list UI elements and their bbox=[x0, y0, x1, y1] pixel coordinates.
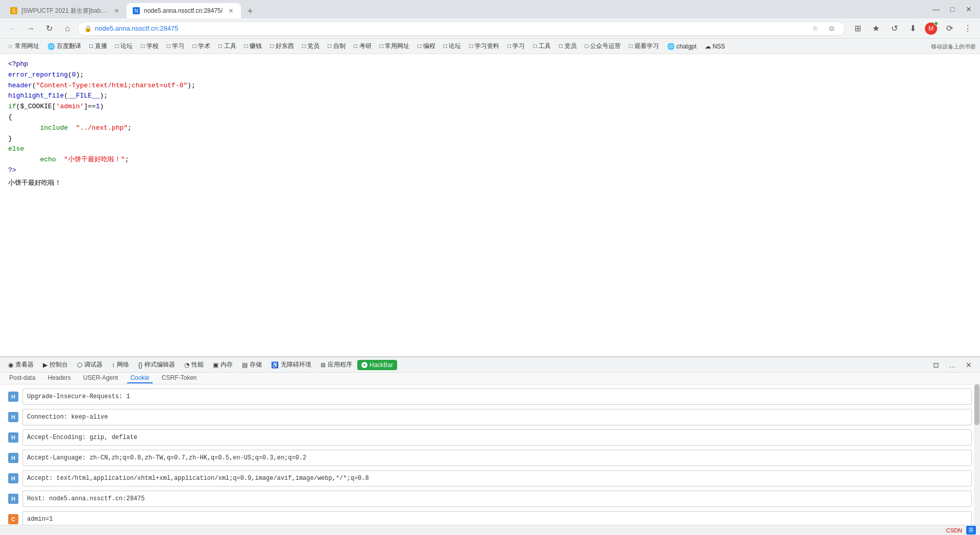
bookmark-resources[interactable]: □ 学习资料 bbox=[465, 40, 503, 52]
profile-button[interactable]: M bbox=[923, 20, 939, 37]
hackbar-content: H Upgrade-Insecure-Requests: 1 H Connect… bbox=[0, 384, 980, 525]
subtab-csrf[interactable]: CSRF-Token bbox=[159, 373, 200, 383]
tab1-close[interactable]: ✕ bbox=[112, 7, 120, 15]
title-bar: S [SWPUCTF 2021 新生赛]baby... ✕ N node5.an… bbox=[0, 0, 980, 18]
header-value-6[interactable]: Host: node5.anna.nssctf.cn:28475 bbox=[22, 491, 972, 507]
close-button[interactable]: ✕ bbox=[962, 2, 976, 16]
code-line-6: { bbox=[8, 112, 972, 123]
subtab-headers[interactable]: Headers bbox=[44, 373, 74, 383]
devtools-inspector-btn[interactable]: ◉ 查看器 bbox=[4, 358, 38, 371]
tab-2[interactable]: N node5.anna.nssctf.cn:28475/ ✕ bbox=[127, 3, 241, 18]
header-value-4[interactable]: Accept-Language: zh-CN,zh;q=0.8,zh-TW,q=… bbox=[22, 450, 972, 466]
code-line-2: error_reporting(0); bbox=[8, 70, 972, 81]
bookmark-forum1[interactable]: □ 论坛 bbox=[112, 40, 137, 52]
lang-indicator[interactable]: 英 bbox=[966, 526, 976, 534]
devtools-application-btn[interactable]: ⊞ 应用程序 bbox=[316, 358, 356, 371]
devtools-style-btn[interactable]: {} 样式编辑器 bbox=[134, 358, 179, 371]
bookmark-party2[interactable]: □ 党员 bbox=[555, 40, 580, 52]
debugger-icon: ⬡ bbox=[77, 361, 82, 369]
devtools-network-btn[interactable]: ↕ 网络 bbox=[108, 358, 133, 371]
devtools-console-btn[interactable]: ▶ 控制台 bbox=[39, 358, 72, 371]
subtab-cookie[interactable]: Cookie bbox=[127, 373, 152, 383]
header-tag-c1: C bbox=[8, 514, 18, 524]
devtools-scrollbar[interactable] bbox=[974, 384, 980, 525]
devtools-panel: ◉ 查看器 ▶ 控制台 ⬡ 调试器 ↕ 网络 {} 样式编辑器 bbox=[0, 356, 980, 525]
reload-button[interactable]: ↻ bbox=[41, 20, 57, 37]
subtab-postdata[interactable]: Post-data bbox=[6, 373, 38, 383]
bookmark-watch[interactable]: □ 观看学习 bbox=[625, 40, 663, 52]
a11y-icon: ♿ bbox=[271, 361, 279, 369]
mobile-bookmarks[interactable]: 移动设备上的书签 bbox=[931, 42, 976, 51]
extensions-button[interactable]: ⊞ bbox=[849, 20, 866, 37]
devtools-detach-btn[interactable]: ⊡ bbox=[929, 358, 943, 372]
devtools-hackbar-btn[interactable]: ● HackBar bbox=[357, 360, 397, 370]
minimize-button[interactable]: — bbox=[929, 2, 943, 16]
favorites-button[interactable]: ★ bbox=[868, 20, 884, 37]
bookmark-earn[interactable]: □ 赚钱 bbox=[241, 40, 266, 52]
home-button[interactable]: ⌂ bbox=[59, 20, 76, 37]
devtools-storage-btn[interactable]: ▤ 存储 bbox=[238, 358, 266, 371]
inspector-icon: ◉ bbox=[8, 361, 13, 369]
nav-right-icons: ⊞ ★ ↺ ⬇ M ⟳ ⋮ bbox=[849, 20, 976, 37]
header-tag-h4: H bbox=[8, 453, 18, 463]
bookmark-translate[interactable]: 🌐百度翻译 bbox=[44, 40, 85, 52]
bm-icon: ☆ bbox=[8, 43, 13, 50]
address-text: node5.anna.nssctf.cn:28475 bbox=[95, 25, 805, 32]
bookmark-study2[interactable]: □ 学习 bbox=[504, 40, 529, 52]
bookmark-nss[interactable]: ☁ NSS bbox=[701, 41, 729, 52]
devtools-more-btn[interactable]: … bbox=[945, 358, 960, 372]
bookmark-study1[interactable]: □ 学习 bbox=[163, 40, 188, 52]
bookmark-live[interactable]: □ 直播 bbox=[86, 40, 111, 52]
bookmark-tools2[interactable]: □ 工具 bbox=[530, 40, 555, 52]
header-value-2[interactable]: Connection: keep-alive bbox=[22, 409, 972, 425]
code-line-8: } bbox=[8, 134, 972, 144]
bookmark-homepage[interactable]: ☆常用网址 bbox=[4, 40, 43, 52]
bm-icon2: 🌐 bbox=[47, 43, 55, 50]
app-icon: ⊞ bbox=[321, 361, 326, 369]
devtools-accessibility-btn[interactable]: ♿ 无障碍环境 bbox=[267, 358, 315, 371]
bookmark-school[interactable]: □ 学校 bbox=[137, 40, 162, 52]
code-line-5: if($_COOKIE['admin']==1) bbox=[8, 102, 972, 112]
bookmark-code[interactable]: □ 编程 bbox=[414, 40, 439, 52]
header-value-3[interactable]: Accept-Encoding: gzip, deflate bbox=[22, 429, 972, 446]
lens-button[interactable]: ⊙ bbox=[824, 21, 839, 36]
devtools-memory-btn[interactable]: ▣ 内存 bbox=[209, 358, 237, 371]
bookmark-chatgpt[interactable]: 🌐 chatgpt bbox=[664, 41, 700, 52]
downloads-button[interactable]: ⬇ bbox=[904, 20, 921, 37]
header-row-5: H Accept: text/html,application/xhtml+xm… bbox=[8, 470, 972, 487]
forward-button[interactable]: → bbox=[22, 20, 39, 37]
bookmark-party[interactable]: □ 党员 bbox=[299, 40, 324, 52]
console-icon: ▶ bbox=[43, 361, 47, 369]
bookmark-academic[interactable]: □ 学术 bbox=[189, 40, 214, 52]
devtools-perf-btn[interactable]: ◔ 性能 bbox=[180, 358, 208, 371]
bookmark-exam[interactable]: □ 考研 bbox=[350, 40, 375, 52]
code-line-3: header("Content-Type:text/html;charset=u… bbox=[8, 81, 972, 91]
tab2-close[interactable]: ✕ bbox=[227, 7, 235, 15]
header-value-5[interactable]: Accept: text/html,application/xhtml+xml,… bbox=[22, 470, 972, 487]
header-tag-h6: H bbox=[8, 494, 18, 504]
devtools-close-btn[interactable]: ✕ bbox=[962, 358, 976, 372]
address-bar[interactable]: 🔒 node5.anna.nssctf.cn:28475 ☆ ⊙ bbox=[78, 21, 845, 36]
output-line: 小饼干最好吃啦！ bbox=[8, 178, 972, 189]
maximize-button[interactable]: □ bbox=[945, 2, 960, 16]
devtools-scrollbar-thumb bbox=[974, 384, 979, 425]
bookmark-goodies[interactable]: □ 好东西 bbox=[266, 40, 298, 52]
bookmark-forum2[interactable]: □ 论坛 bbox=[440, 40, 465, 52]
bookmark-public[interactable]: □ 公众号运营 bbox=[581, 40, 625, 52]
tab2-favicon: N bbox=[133, 7, 140, 14]
tab-1[interactable]: S [SWPUCTF 2021 新生赛]baby... ✕ bbox=[4, 3, 127, 18]
header-value-7[interactable]: admin=1 bbox=[22, 511, 972, 525]
address-actions: ☆ ⊙ bbox=[808, 21, 839, 36]
menu-button[interactable]: ⋮ bbox=[960, 20, 976, 37]
back-button[interactable]: ← bbox=[4, 20, 20, 37]
header-value-1[interactable]: Upgrade-Insecure-Requests: 1 bbox=[22, 388, 972, 405]
new-tab-button[interactable]: + bbox=[243, 4, 257, 18]
bookmark-star-button[interactable]: ☆ bbox=[808, 21, 822, 36]
bookmark-diy[interactable]: □ 自制 bbox=[324, 40, 349, 52]
subtab-useragent[interactable]: USER-Agent bbox=[80, 373, 121, 383]
sync-button[interactable]: ⟳ bbox=[941, 20, 958, 37]
bookmark-tools1[interactable]: □ 工具 bbox=[215, 40, 240, 52]
history-button[interactable]: ↺ bbox=[886, 20, 902, 37]
bookmark-homepage2[interactable]: □ 常用网址 bbox=[376, 40, 413, 52]
devtools-debugger-btn[interactable]: ⬡ 调试器 bbox=[73, 358, 107, 371]
